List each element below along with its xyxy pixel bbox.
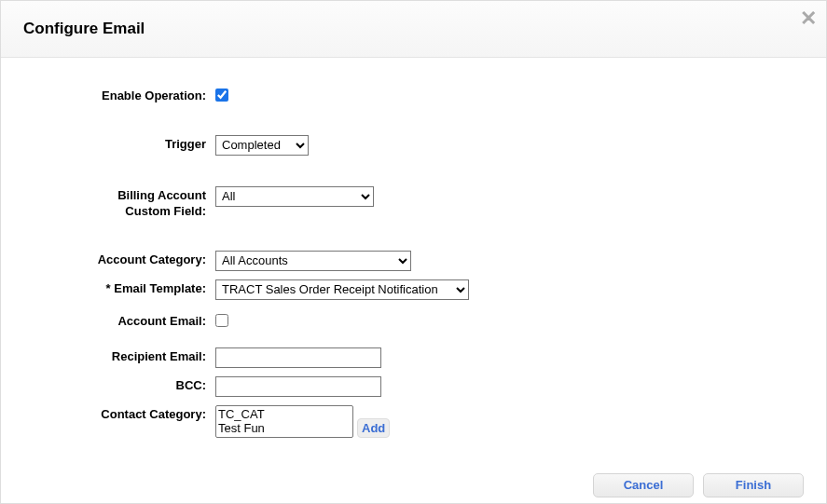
label-billing-account: Billing AccountCustom Field: <box>20 185 215 220</box>
input-bcc[interactable] <box>215 376 381 397</box>
label-account-category: Account Category: <box>20 250 215 268</box>
row-recipient-email: Recipient Email: <box>20 347 807 368</box>
label-enable-operation: Enable Operation: <box>20 86 215 104</box>
label-account-email: Account Email: <box>20 311 215 330</box>
label-email-template: * Email Template: <box>20 279 215 297</box>
select-trigger[interactable]: Completed <box>215 135 309 156</box>
dialog-body: Enable Operation: Trigger Completed Bill… <box>1 58 826 464</box>
select-billing-account-custom-field[interactable]: All <box>215 186 374 207</box>
configure-email-dialog: Configure Email ✕ Enable Operation: Trig… <box>0 0 827 504</box>
row-account-email: Account Email: <box>20 311 807 330</box>
select-email-template[interactable]: TRACT Sales Order Receipt Notification <box>215 279 469 300</box>
label-contact-category: Contact Category: <box>20 404 215 423</box>
close-icon[interactable]: ✕ <box>800 8 817 29</box>
checkbox-account-email[interactable] <box>215 314 228 327</box>
row-trigger: Trigger Completed <box>20 134 807 156</box>
row-account-category: Account Category: All Accounts <box>20 250 807 271</box>
checkbox-enable-operation[interactable] <box>215 89 228 102</box>
cancel-button[interactable]: Cancel <box>593 473 694 497</box>
row-enable-operation: Enable Operation: <box>20 86 807 104</box>
option-contact-testfun[interactable]: Test Fun <box>218 421 351 436</box>
row-email-template: * Email Template: TRACT Sales Order Rece… <box>20 279 807 300</box>
dialog-header: Configure Email ✕ <box>1 1 826 58</box>
dialog-footer: Cancel Finish <box>1 464 826 504</box>
row-billing-account: Billing AccountCustom Field: All <box>20 185 807 220</box>
add-link[interactable]: Add <box>357 418 390 438</box>
select-account-category[interactable]: All Accounts <box>215 251 411 271</box>
row-contact-category: Contact Category: TC_CAT Test Fun Add <box>20 404 807 438</box>
label-bcc: BCC: <box>20 375 215 394</box>
finish-button[interactable]: Finish <box>703 473 804 497</box>
option-contact-tccat[interactable]: TC_CAT <box>218 407 351 422</box>
dialog-title: Configure Email <box>23 20 804 38</box>
row-bcc: BCC: <box>20 375 807 397</box>
label-recipient-email: Recipient Email: <box>20 347 215 365</box>
input-recipient-email[interactable] <box>215 347 381 368</box>
label-trigger: Trigger <box>20 134 215 153</box>
select-contact-category[interactable]: TC_CAT Test Fun <box>215 405 353 438</box>
